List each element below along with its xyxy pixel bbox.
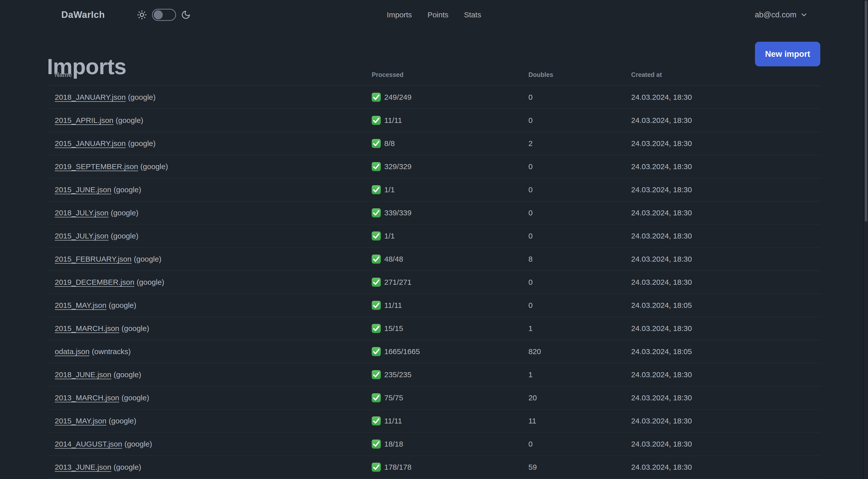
column-header-created-at: Created at — [624, 71, 821, 79]
name-cell: 2019_DECEMBER.json(google) — [48, 278, 365, 287]
import-source: (google) — [141, 162, 168, 171]
column-header-doubles: Doubles — [521, 71, 624, 79]
chevron-down-icon — [800, 11, 807, 18]
import-file-link[interactable]: 2019_DECEMBER.json — [55, 278, 134, 286]
scrollbar-thumb[interactable] — [865, 0, 867, 222]
doubles-count: 820 — [521, 347, 624, 356]
processed-cell: 75/75 — [365, 393, 521, 402]
import-file-link[interactable]: 2013_MARCH.json — [55, 394, 119, 402]
check-icon — [372, 301, 381, 310]
import-file-link[interactable]: 2015_MARCH.json — [55, 324, 119, 332]
name-cell: 2013_JUNE.json(google) — [48, 463, 365, 472]
table-row: 2015_APRIL.json(google) 11/11 0 24.03.20… — [48, 109, 821, 132]
import-source: (google) — [109, 417, 136, 425]
doubles-count: 59 — [521, 463, 624, 472]
processed-cell: 1/1 — [365, 232, 521, 240]
processed-count: 11/11 — [384, 116, 402, 125]
name-cell: 2015_JULY.json(google) — [48, 232, 365, 240]
processed-count: 8/8 — [384, 139, 395, 148]
import-source: (google) — [114, 463, 141, 471]
moon-icon — [181, 10, 191, 20]
import-file-link[interactable]: 2015_FEBRUARY.json — [55, 255, 132, 263]
created-at: 24.03.2024, 18:30 — [624, 417, 821, 425]
main-nav: Imports Points Stats — [387, 0, 481, 30]
processed-cell: 1/1 — [365, 185, 521, 194]
column-header-processed: Processed — [365, 71, 521, 79]
created-at: 24.03.2024, 18:05 — [624, 347, 821, 356]
import-source: (google) — [109, 301, 136, 309]
theme-toggle-switch[interactable] — [152, 9, 176, 21]
check-icon — [372, 232, 381, 240]
import-file-link[interactable]: 2019_SEPTEMBER.json — [55, 162, 138, 171]
name-cell: 2015_APRIL.json(google) — [48, 116, 365, 125]
doubles-count: 11 — [521, 417, 624, 425]
table-row: 2019_SEPTEMBER.json(google) 329/329 0 24… — [48, 155, 821, 178]
nav-link-imports[interactable]: Imports — [387, 10, 412, 19]
created-at: 24.03.2024, 18:30 — [624, 440, 821, 448]
nav-link-points[interactable]: Points — [428, 10, 448, 19]
import-file-link[interactable]: 2015_JULY.json — [55, 232, 108, 240]
processed-count: 11/11 — [384, 301, 402, 310]
import-file-link[interactable]: 2015_MAY.json — [55, 301, 106, 309]
processed-cell: 8/8 — [365, 139, 521, 148]
import-file-link[interactable]: 2015_JANUARY.json — [55, 139, 126, 148]
table-row: 2015_FEBRUARY.json(google) 48/48 8 24.03… — [48, 248, 821, 271]
table-row: 2018_JANUARY.json(google) 249/249 0 24.0… — [48, 86, 821, 109]
doubles-count: 20 — [521, 394, 624, 402]
created-at: 24.03.2024, 18:30 — [624, 255, 821, 263]
import-source: (google) — [128, 139, 155, 148]
created-at: 24.03.2024, 18:30 — [624, 370, 821, 379]
check-icon — [372, 278, 381, 287]
import-file-link[interactable]: 2015_JUNE.json — [55, 185, 111, 194]
import-file-link[interactable]: 2018_JANUARY.json — [55, 93, 126, 101]
processed-count: 1/1 — [384, 232, 395, 240]
doubles-count: 0 — [521, 185, 624, 194]
import-file-link[interactable]: 2015_MAY.json — [55, 417, 106, 425]
column-header-name: Name — [48, 71, 365, 79]
doubles-count: 8 — [521, 255, 624, 263]
import-file-link[interactable]: odata.json — [55, 347, 89, 356]
import-file-link[interactable]: 2014_AUGUST.json — [55, 440, 122, 448]
doubles-count: 0 — [521, 116, 624, 125]
doubles-count: 0 — [521, 209, 624, 217]
import-source: (google) — [111, 232, 138, 240]
import-source: (google) — [134, 255, 161, 263]
name-cell: odata.json(owntracks) — [48, 347, 365, 356]
import-file-link[interactable]: 2013_JUNE.json — [55, 463, 111, 471]
processed-cell: 11/11 — [365, 416, 521, 425]
processed-cell: 178/178 — [365, 463, 521, 472]
processed-cell: 249/249 — [365, 93, 521, 102]
import-file-link[interactable]: 2018_JUNE.json — [55, 370, 111, 379]
processed-count: 48/48 — [384, 255, 403, 263]
doubles-count: 0 — [521, 93, 624, 101]
check-icon — [372, 324, 381, 333]
import-file-link[interactable]: 2018_JULY.json — [55, 209, 108, 217]
table-row: odata.json(owntracks) 1665/1665 820 24.0… — [48, 340, 821, 363]
scrollbar-track — [864, 0, 868, 479]
processed-cell: 48/48 — [365, 255, 521, 264]
check-icon — [372, 463, 381, 472]
processed-cell: 1665/1665 — [365, 347, 521, 356]
theme-toggle-group — [137, 0, 191, 30]
processed-cell: 15/15 — [365, 324, 521, 333]
check-icon — [372, 347, 381, 356]
processed-cell: 11/11 — [365, 301, 521, 310]
created-at: 24.03.2024, 18:30 — [624, 162, 821, 171]
user-menu[interactable]: ab@cd.com — [755, 0, 807, 30]
app-logo[interactable]: DaWarIch — [61, 0, 105, 30]
processed-count: 271/271 — [384, 278, 411, 287]
new-import-button[interactable]: New import — [755, 42, 820, 66]
doubles-count: 1 — [521, 324, 624, 333]
import-file-link[interactable]: 2015_APRIL.json — [55, 116, 114, 124]
processed-count: 329/329 — [384, 162, 411, 171]
check-icon — [372, 416, 381, 425]
user-email: ab@cd.com — [755, 10, 797, 19]
name-cell: 2015_FEBRUARY.json(google) — [48, 255, 365, 263]
created-at: 24.03.2024, 18:30 — [624, 394, 821, 402]
import-source: (google) — [111, 209, 138, 217]
doubles-count: 0 — [521, 301, 624, 310]
table-row: 2015_MARCH.json(google) 15/15 1 24.03.20… — [48, 317, 821, 340]
nav-link-stats[interactable]: Stats — [464, 10, 481, 19]
name-cell: 2015_MARCH.json(google) — [48, 324, 365, 333]
imports-table: Name Processed Doubles Created at 2018_J… — [48, 64, 821, 479]
